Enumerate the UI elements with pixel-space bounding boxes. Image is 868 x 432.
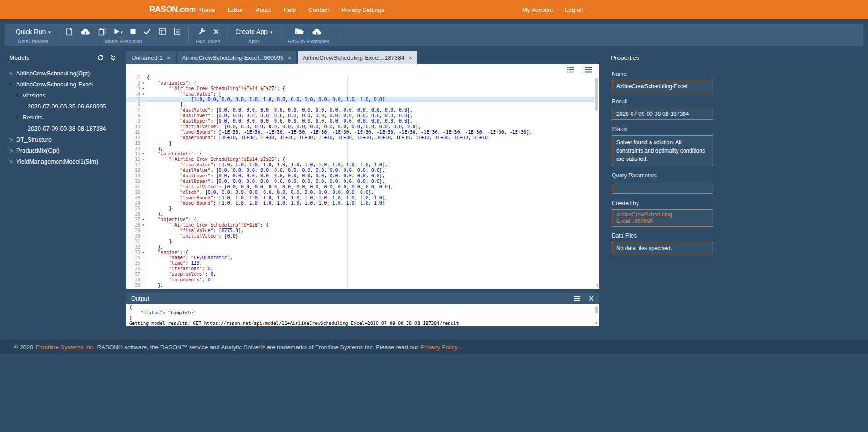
code-line-22[interactable]: "slack": [0.0, 0.0, 0.0, 0.0, 0.0, 0.0, … bbox=[147, 190, 594, 195]
tree-caret-collapsed-icon[interactable]: ▷ bbox=[8, 71, 15, 76]
nav-item-my-account[interactable]: My Account bbox=[522, 6, 553, 13]
tree-item-2020-07-09-00-35-06-660595[interactable]: 2020-07-09-00-35-06-660595 bbox=[5, 101, 122, 112]
open-examples-button[interactable] bbox=[295, 28, 304, 35]
nav-item-log-off[interactable]: Log off bbox=[565, 6, 583, 13]
privacy-policy-link[interactable]: Privacy Policy bbox=[420, 344, 458, 351]
tree-item-label[interactable]: Versions bbox=[23, 92, 46, 99]
tree-item-label[interactable]: YieldManagementModel1(Sim) bbox=[16, 158, 98, 165]
fold-icon[interactable]: ▾ bbox=[140, 151, 146, 157]
code-line-6[interactable]: ], bbox=[147, 102, 594, 108]
code-line-38[interactable]: "incumbents": 0 bbox=[147, 277, 594, 283]
code-line-13[interactable]: } bbox=[147, 141, 594, 146]
nav-item-home[interactable]: Home bbox=[199, 6, 215, 13]
code-line-12[interactable]: "upperBound": [1E+30, 1E+30, 1E+30, 1E+3… bbox=[147, 135, 594, 141]
tree-caret-expanded-icon[interactable]: ▶ bbox=[14, 91, 22, 99]
fold-icon[interactable]: ▾ bbox=[140, 250, 146, 256]
fold-icon[interactable]: ▾ bbox=[140, 157, 146, 162]
nav-item-help[interactable]: Help bbox=[284, 6, 296, 13]
editor-menu-button[interactable] bbox=[583, 66, 593, 74]
code-line-40[interactable]: "status": { bbox=[147, 288, 594, 289]
tree-item-label[interactable]: AirlineCrewScheduling-Excel bbox=[16, 81, 93, 88]
code-line-17[interactable]: "finalValue": [1.0, 1.0, 1.0, 1.0, 1.0, … bbox=[147, 162, 594, 168]
tree-caret-collapsed-icon[interactable]: ▷ bbox=[8, 137, 15, 142]
code-line-25[interactable]: } bbox=[147, 206, 594, 211]
name-field[interactable] bbox=[612, 80, 713, 92]
code-line-37[interactable]: "subproblems": 0, bbox=[147, 272, 594, 277]
code-line-26[interactable]: }, bbox=[147, 211, 594, 217]
tab-label[interactable]: AirlineCrewScheduling-Excel...660595 bbox=[182, 54, 284, 61]
code-line-21[interactable]: "initialValue": [0.0, 0.0, 0.0, 0.0, 0.0… bbox=[147, 184, 594, 190]
code-line-11[interactable]: "lowerBound": [-1E+30, -1E+30, -1E+30, -… bbox=[147, 130, 594, 135]
code-line-18[interactable]: "dualValue": [0.0, 0.0, 0.0, 0.0, 0.0, 0… bbox=[147, 168, 594, 173]
code-line-20[interactable]: "dualUpper": [0.0, 0.0, 0.0, 0.0, 0.0, 0… bbox=[147, 179, 594, 184]
code-line-15[interactable]: "constraints": { bbox=[147, 151, 594, 157]
editor-scrollbar-thumb[interactable] bbox=[595, 78, 598, 111]
code-line-32[interactable]: }, bbox=[147, 244, 594, 250]
tab-airlinecrewscheduling-excel-187384[interactable]: AirlineCrewScheduling-Excel...187384× bbox=[298, 51, 417, 64]
tree-item-label[interactable]: AirlineCrewScheduling(Opt) bbox=[16, 70, 90, 77]
code-line-29[interactable]: "finalValue": [8775.0], bbox=[147, 228, 594, 233]
tree-item-dt-structure[interactable]: ▷DT_Structure bbox=[5, 134, 122, 145]
copy-model-button[interactable] bbox=[98, 28, 106, 36]
code-line-36[interactable]: "iterations": 0, bbox=[147, 266, 594, 272]
fold-icon[interactable]: ▾ bbox=[140, 80, 146, 86]
code-editor[interactable]: 12▾3▾4▾56789101112131415▾16▾171819202122… bbox=[126, 75, 599, 289]
tree-caret-collapsed-icon[interactable]: ▷ bbox=[8, 148, 15, 153]
code-line-19[interactable]: "dualLower": [0.0, 0.0, 0.0, 0.0, 0.0, 0… bbox=[147, 173, 594, 179]
tab-close-icon[interactable]: × bbox=[408, 54, 412, 61]
tab-airlinecrewscheduling-excel-660595[interactable]: AirlineCrewScheduling-Excel...660595× bbox=[177, 51, 297, 64]
query-parameters-field[interactable] bbox=[612, 182, 713, 194]
code-line-14[interactable]: }, bbox=[147, 146, 594, 152]
code-line-31[interactable]: } bbox=[147, 239, 594, 244]
create-app-button[interactable]: Create App ▾ bbox=[236, 28, 273, 35]
tree-item-versions[interactable]: ▶Versions bbox=[5, 90, 122, 101]
quick-run-button[interactable]: Quick Run ▾ bbox=[16, 28, 51, 35]
code-line-7[interactable]: "dualValue": [0.0, 0.0, 0.0, 0.0, 0.0, 0… bbox=[147, 108, 594, 113]
new-model-button[interactable] bbox=[66, 28, 73, 36]
results-button[interactable] bbox=[159, 28, 166, 35]
code-line-35[interactable]: "time": 129, bbox=[147, 261, 594, 266]
refresh-models-button[interactable] bbox=[96, 53, 105, 62]
tab-close-icon[interactable]: × bbox=[288, 54, 292, 61]
tree-item-airlinecrewscheduling-excel[interactable]: ▶AirlineCrewScheduling-Excel bbox=[5, 79, 122, 90]
editor-scroll-down-arrow[interactable]: ▼ bbox=[596, 284, 598, 288]
code-line-23[interactable]: "lowerBound": [1.0, 1.0, 1.0, 1.0, 1.0, … bbox=[147, 195, 594, 201]
brand-logo[interactable]: RASON.com bbox=[149, 0, 196, 19]
code-line-3[interactable]: "'Airline Crew Scheduling'!$F$14:$F$27":… bbox=[147, 86, 594, 91]
upload-model-button[interactable] bbox=[80, 28, 91, 35]
clear-run-token-button[interactable] bbox=[213, 29, 219, 34]
tree-caret-expanded-icon[interactable]: ▶ bbox=[14, 113, 22, 121]
code-line-5[interactable]: [1.0, 0.0, 0.0, 0.0, 1.0, 1.0, 0.0, 0.0,… bbox=[147, 97, 594, 102]
tree-item-label[interactable]: DT_Structure bbox=[16, 136, 52, 143]
tree-item-label[interactable]: ProductMix(Opt) bbox=[16, 147, 60, 154]
log-button[interactable] bbox=[174, 28, 181, 35]
editor-outline-button[interactable] bbox=[566, 66, 575, 74]
fold-icon[interactable]: ▾ bbox=[140, 222, 146, 228]
tab-label[interactable]: AirlineCrewScheduling-Excel...187384 bbox=[303, 54, 404, 61]
output-scrollbar-thumb[interactable] bbox=[595, 306, 598, 313]
code-line-33[interactable]: "engine": { bbox=[147, 250, 594, 256]
frontline-systems-link[interactable]: Frontline Systems Inc. bbox=[35, 344, 95, 351]
output-scroll-down-arrow[interactable]: ▼ bbox=[594, 321, 598, 325]
collapse-all-button[interactable] bbox=[109, 53, 117, 62]
nav-item-privacy-settings[interactable]: Privacy Settings bbox=[341, 6, 384, 13]
code-line-24[interactable]: "upperBound": [1.0, 1.0, 1.0, 1.0, 1.0, … bbox=[147, 200, 594, 206]
code-line-4[interactable]: "finalValue": [ bbox=[147, 91, 594, 97]
nav-item-contact[interactable]: Contact bbox=[308, 6, 329, 13]
output-menu-button[interactable] bbox=[573, 295, 581, 302]
code-line-16[interactable]: "'Airline Crew Scheduling'!$I$14:$I$25":… bbox=[147, 157, 594, 162]
code-line-27[interactable]: "objective": { bbox=[147, 217, 594, 222]
tree-item-yieldmanagementmodel1-sim[interactable]: ▷YieldManagementModel1(Sim) bbox=[5, 156, 122, 167]
tree-item-results[interactable]: ▶Results bbox=[5, 112, 122, 123]
tree-item-2020-07-09-00-38-08-187384[interactable]: 2020-07-09-00-38-08-187384 bbox=[5, 123, 122, 134]
code-line-34[interactable]: "name": "LP/Quadratic", bbox=[147, 255, 594, 261]
code-line-8[interactable]: "dualLower": [0.0, 0.0, 0.0, 0.0, 0.0, 0… bbox=[147, 113, 594, 119]
tree-item-label[interactable]: 2020-07-09-00-35-06-660595 bbox=[28, 103, 106, 110]
code-line-9[interactable]: "dualUpper": [0.0, 0.0, 0.0, 0.0, 0.0, 0… bbox=[147, 119, 594, 124]
nav-item-about[interactable]: About bbox=[256, 6, 271, 13]
check-model-button[interactable] bbox=[144, 28, 151, 34]
output-close-button[interactable] bbox=[588, 295, 595, 302]
code-line-30[interactable]: "initialValue": [0.0] bbox=[147, 233, 594, 239]
fold-icon[interactable]: ▾ bbox=[140, 217, 146, 222]
tree-caret-expanded-icon[interactable]: ▶ bbox=[7, 80, 16, 88]
